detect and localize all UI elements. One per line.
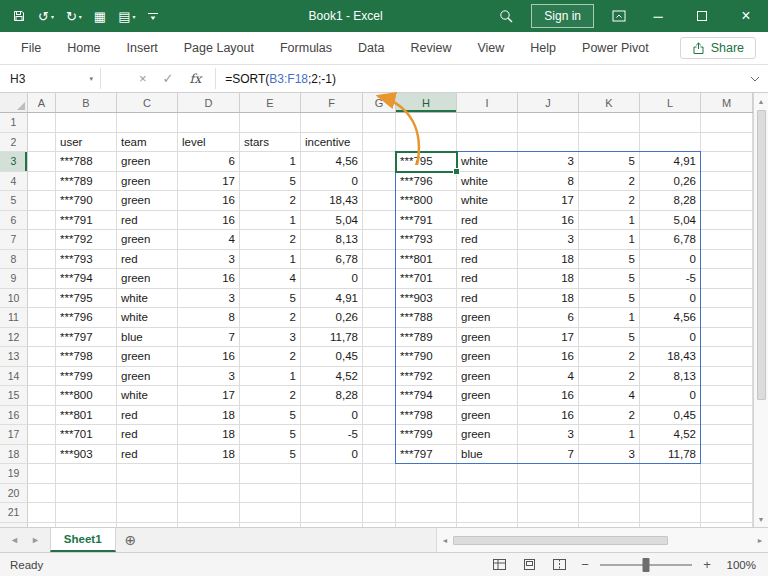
cell-B8[interactable]: ***793: [56, 250, 117, 270]
cell-G19[interactable]: [363, 464, 396, 484]
cell-J5[interactable]: 17: [518, 191, 579, 211]
cell-K4[interactable]: 2: [579, 172, 640, 192]
row-header-20[interactable]: 20: [0, 484, 28, 504]
cell-F6[interactable]: 5,04: [301, 211, 363, 231]
row-header-8[interactable]: 8: [0, 250, 28, 270]
cell-D14[interactable]: 3: [178, 367, 240, 387]
cancel-button[interactable]: ×: [139, 71, 147, 86]
tab-help[interactable]: Help: [517, 32, 569, 64]
cell-B16[interactable]: ***801: [56, 406, 117, 426]
cell-C11[interactable]: white: [117, 308, 178, 328]
cell-E3[interactable]: 1: [240, 152, 301, 172]
cell-E22[interactable]: [240, 523, 301, 528]
row-header-17[interactable]: 17: [0, 425, 28, 445]
cell-E15[interactable]: 2: [240, 386, 301, 406]
horizontal-scroll-track[interactable]: [453, 528, 752, 552]
row-header-10[interactable]: 10: [0, 289, 28, 309]
scroll-down-button[interactable]: ▼: [754, 511, 768, 527]
cell-J4[interactable]: 8: [518, 172, 579, 192]
cell-M7[interactable]: [701, 230, 753, 250]
cell-C21[interactable]: [117, 503, 178, 523]
cell-J6[interactable]: 16: [518, 211, 579, 231]
cell-G13[interactable]: [363, 347, 396, 367]
cell-H4[interactable]: ***796: [396, 172, 457, 192]
cell-C7[interactable]: green: [117, 230, 178, 250]
cell-H18[interactable]: ***797: [396, 445, 457, 465]
enter-button[interactable]: ✓: [163, 71, 174, 86]
cell-G21[interactable]: [363, 503, 396, 523]
cell-L19[interactable]: [640, 464, 701, 484]
cell-H20[interactable]: [396, 484, 457, 504]
cell-E18[interactable]: 5: [240, 445, 301, 465]
cell-L10[interactable]: 0: [640, 289, 701, 309]
horizontal-scroll-thumb[interactable]: [453, 536, 668, 545]
cell-D19[interactable]: [178, 464, 240, 484]
cell-F3[interactable]: 4,56: [301, 152, 363, 172]
cell-J15[interactable]: 16: [518, 386, 579, 406]
cell-L18[interactable]: 11,78: [640, 445, 701, 465]
cell-E19[interactable]: [240, 464, 301, 484]
qat-customize-button[interactable]: [141, 0, 165, 32]
cell-D15[interactable]: 17: [178, 386, 240, 406]
cell-J3[interactable]: 3: [518, 152, 579, 172]
cell-M17[interactable]: [701, 425, 753, 445]
cell-D3[interactable]: 6: [178, 152, 240, 172]
cell-F8[interactable]: 6,78: [301, 250, 363, 270]
cell-A12[interactable]: [28, 328, 56, 348]
scroll-up-button[interactable]: ▲: [754, 93, 768, 109]
row-header-9[interactable]: 9: [0, 269, 28, 289]
tab-file[interactable]: File: [8, 32, 54, 64]
cell-C17[interactable]: red: [117, 425, 178, 445]
cell-L14[interactable]: 8,13: [640, 367, 701, 387]
cell-K11[interactable]: 1: [579, 308, 640, 328]
row-header-11[interactable]: 11: [0, 308, 28, 328]
cell-L9[interactable]: -5: [640, 269, 701, 289]
name-box-dropdown[interactable]: ▾: [89, 75, 93, 83]
cell-J11[interactable]: 6: [518, 308, 579, 328]
cell-E17[interactable]: 5: [240, 425, 301, 445]
cell-B19[interactable]: [56, 464, 117, 484]
form-dropdown-caret[interactable]: ▾: [132, 13, 135, 20]
cell-C19[interactable]: [117, 464, 178, 484]
cell-F5[interactable]: 18,43: [301, 191, 363, 211]
cell-H5[interactable]: ***800: [396, 191, 457, 211]
cell-G16[interactable]: [363, 406, 396, 426]
cell-M18[interactable]: [701, 445, 753, 465]
cell-C12[interactable]: blue: [117, 328, 178, 348]
cell-I14[interactable]: green: [457, 367, 518, 387]
cell-L2[interactable]: [640, 133, 701, 153]
cell-D8[interactable]: 3: [178, 250, 240, 270]
cell-J2[interactable]: [518, 133, 579, 153]
cell-D16[interactable]: 18: [178, 406, 240, 426]
cell-I4[interactable]: white: [457, 172, 518, 192]
cell-A10[interactable]: [28, 289, 56, 309]
column-header-C[interactable]: C: [117, 93, 178, 112]
cell-A3[interactable]: [28, 152, 56, 172]
share-button[interactable]: Share: [680, 37, 756, 59]
cell-C20[interactable]: [117, 484, 178, 504]
zoom-out-button[interactable]: −: [578, 557, 592, 572]
cell-D12[interactable]: 7: [178, 328, 240, 348]
cell-E1[interactable]: [240, 113, 301, 133]
cell-J12[interactable]: 17: [518, 328, 579, 348]
cell-I7[interactable]: red: [457, 230, 518, 250]
cell-K19[interactable]: [579, 464, 640, 484]
cell-M4[interactable]: [701, 172, 753, 192]
cell-I13[interactable]: green: [457, 347, 518, 367]
row-header-12[interactable]: 12: [0, 328, 28, 348]
cell-J14[interactable]: 4: [518, 367, 579, 387]
cell-H8[interactable]: ***801: [396, 250, 457, 270]
column-header-J[interactable]: J: [518, 93, 579, 112]
cell-M10[interactable]: [701, 289, 753, 309]
cell-G2[interactable]: [363, 133, 396, 153]
cell-L7[interactable]: 6,78: [640, 230, 701, 250]
cell-A4[interactable]: [28, 172, 56, 192]
cell-G15[interactable]: [363, 386, 396, 406]
cell-A9[interactable]: [28, 269, 56, 289]
cell-M16[interactable]: [701, 406, 753, 426]
cell-D18[interactable]: 18: [178, 445, 240, 465]
qat-form-button[interactable]: ▤ ▾: [112, 0, 141, 32]
cell-K21[interactable]: [579, 503, 640, 523]
cell-C6[interactable]: red: [117, 211, 178, 231]
select-all-button[interactable]: [0, 93, 28, 112]
